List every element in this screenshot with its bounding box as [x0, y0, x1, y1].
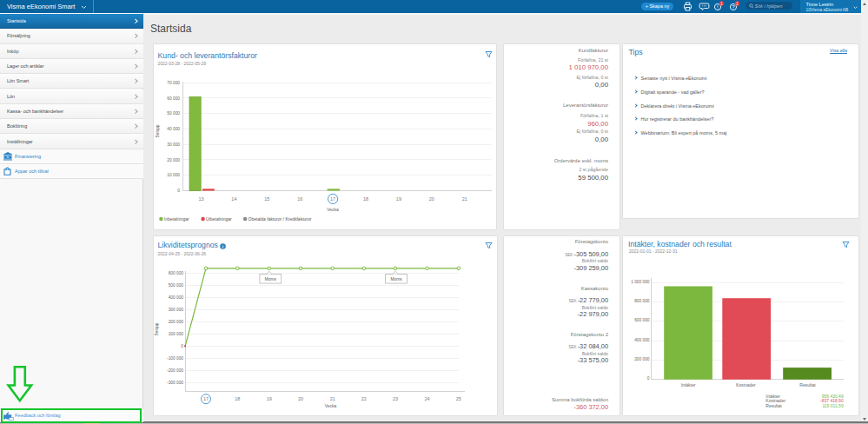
svg-text:119 011,59: 119 011,59 — [822, 403, 844, 408]
svg-text:0: 0 — [647, 376, 650, 381]
svg-text:-100 000: -100 000 — [167, 356, 183, 361]
svg-text:22: 22 — [361, 396, 367, 401]
svg-text:300 000: 300 000 — [169, 307, 184, 311]
svg-text:19: 19 — [267, 396, 272, 401]
svg-text:?: ? — [732, 4, 735, 10]
svg-text:Vecka: Vecka — [327, 207, 339, 212]
svg-text:40 000: 40 000 — [167, 127, 180, 131]
svg-text:200 000: 200 000 — [169, 319, 184, 323]
svg-text:600 000: 600 000 — [634, 318, 650, 322]
svg-text:600 000: 600 000 — [169, 270, 184, 275]
svg-text:Vecka: Vecka — [325, 402, 337, 407]
svg-text:20: 20 — [429, 196, 434, 202]
svg-text:!: ! — [717, 4, 719, 10]
svg-text:500 000: 500 000 — [169, 282, 184, 287]
svg-text:Kostnader: Kostnader — [736, 382, 756, 388]
svg-text:14: 14 — [231, 196, 236, 202]
svg-text:60 000: 60 000 — [167, 96, 180, 100]
svg-text:100 000: 100 000 — [169, 332, 184, 336]
svg-text:23: 23 — [393, 396, 398, 401]
svg-text:15: 15 — [264, 196, 269, 202]
svg-text:19: 19 — [396, 196, 401, 202]
svg-text:Moms: Moms — [390, 276, 402, 281]
svg-text:50 000: 50 000 — [167, 111, 180, 116]
svg-text:20: 20 — [298, 396, 303, 401]
svg-text:1 000 000: 1 000 000 — [631, 279, 650, 283]
svg-text:Moms: Moms — [265, 276, 277, 281]
svg-text:400 000: 400 000 — [634, 337, 650, 341]
svg-text:21: 21 — [462, 196, 467, 202]
svg-text:0: 0 — [177, 189, 180, 193]
svg-text:0: 0 — [181, 344, 183, 348]
svg-text:-200 000: -200 000 — [167, 368, 183, 373]
svg-text:17: 17 — [203, 396, 209, 401]
svg-text:21: 21 — [330, 396, 335, 401]
svg-text:70 000: 70 000 — [167, 80, 180, 84]
svg-text:Intäkter: Intäkter — [681, 382, 696, 388]
svg-text:30 000: 30 000 — [167, 142, 180, 146]
svg-text:13: 13 — [198, 196, 203, 202]
svg-text:200 000: 200 000 — [634, 356, 650, 361]
svg-text:Resultat: Resultat — [765, 403, 782, 408]
svg-text:18: 18 — [363, 196, 368, 202]
svg-text:25: 25 — [456, 396, 461, 401]
svg-text:-300 000: -300 000 — [167, 381, 183, 385]
svg-text:Belopp: Belopp — [156, 124, 160, 137]
svg-text:400 000: 400 000 — [169, 295, 184, 299]
svg-text:Utbetalningar: Utbetalningar — [206, 216, 232, 222]
svg-text:10 000: 10 000 — [167, 173, 180, 177]
svg-text:Inbetalningar: Inbetalningar — [164, 216, 189, 222]
svg-text:20 000: 20 000 — [167, 157, 180, 162]
svg-text:16: 16 — [297, 196, 302, 202]
svg-text:Belopp: Belopp — [155, 322, 159, 335]
svg-text:Resultat: Resultat — [799, 382, 816, 388]
svg-text:24: 24 — [425, 396, 430, 401]
svg-text:Obetalda fakturor / Kreditfakt: Obetalda fakturor / Kreditfakturor — [248, 216, 312, 222]
svg-text:17: 17 — [330, 196, 335, 202]
svg-text:800 000: 800 000 — [634, 298, 650, 302]
svg-text:18: 18 — [235, 396, 240, 401]
